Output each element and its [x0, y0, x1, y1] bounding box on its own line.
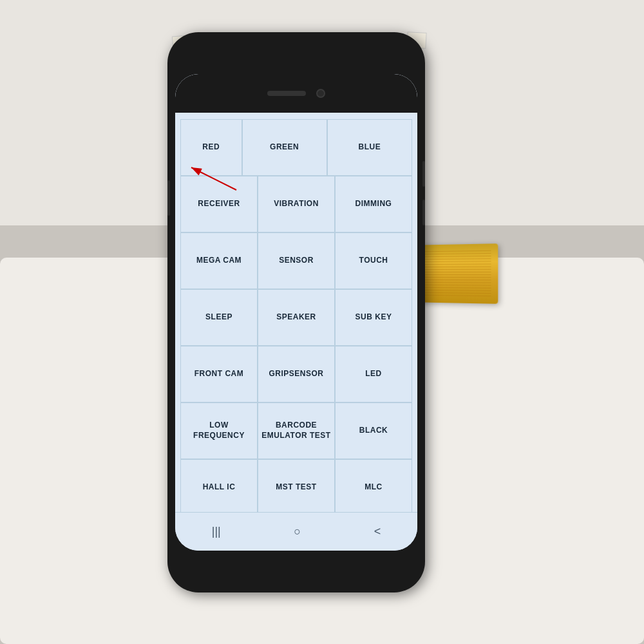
grid-row-1: RED GREEN BLUE [180, 119, 412, 176]
back-icon[interactable]: < [374, 525, 381, 538]
button-blue[interactable]: BLUE [327, 119, 412, 176]
grid-row-7: HALL IC MST TEST MLC [180, 459, 412, 512]
button-mlc[interactable]: MLC [335, 459, 412, 512]
volume-up-button[interactable] [422, 161, 425, 187]
speaker-slot [267, 91, 306, 96]
home-icon[interactable]: ○ [294, 525, 301, 538]
button-hall-ic[interactable]: HALL IC [180, 459, 258, 512]
phone-body: RED GREEN BLUE RECEIVER [167, 32, 425, 592]
content-area: RED GREEN BLUE RECEIVER [175, 113, 417, 512]
button-speaker[interactable]: SPEAKER [258, 289, 335, 346]
button-low-frequency[interactable]: LOW FREQUENCY [180, 402, 258, 459]
grid-row-2: RECEIVER VIBRATION DIMMING [180, 176, 412, 232]
button-dimming[interactable]: DIMMING [335, 176, 412, 232]
button-sensor[interactable]: SENSOR [258, 232, 335, 289]
grid-row-6: LOW FREQUENCY BARCODE EMULATOR TEST BLAC… [180, 402, 412, 459]
button-led[interactable]: LED [335, 346, 412, 402]
button-green[interactable]: GREEN [242, 119, 327, 176]
button-mega-cam[interactable]: MEGA CAM [180, 232, 258, 289]
button-grid: RED GREEN BLUE RECEIVER [175, 113, 417, 512]
button-sleep[interactable]: SLEEP [180, 289, 258, 346]
grid-row-5: FRONT CAM GRIPSENSOR LED [180, 346, 412, 402]
button-mst-test[interactable]: MST TEST [258, 459, 335, 512]
button-barcode-emulator-test[interactable]: BARCODE EMULATOR TEST [258, 402, 335, 459]
front-camera-dot [316, 89, 325, 98]
recent-apps-icon[interactable]: ||| [212, 525, 221, 538]
button-receiver[interactable]: RECEIVER [180, 176, 258, 232]
button-black[interactable]: BLACK [335, 402, 412, 459]
button-vibration[interactable]: VIBRATION [258, 176, 335, 232]
button-red[interactable]: RED [180, 119, 242, 176]
scene: RED GREEN BLUE RECEIVER [0, 0, 644, 644]
grid-row-4: SLEEP SPEAKER SUB KEY [180, 289, 412, 346]
volume-down-button[interactable] [422, 200, 425, 225]
phone-screen: RED GREEN BLUE RECEIVER [175, 74, 417, 551]
grid-row-3: MEGA CAM SENSOR TOUCH [180, 232, 412, 289]
button-touch[interactable]: TOUCH [335, 232, 412, 289]
power-button[interactable] [167, 180, 170, 216]
nav-bar: ||| ○ < [175, 512, 417, 551]
phone-topbar [175, 74, 417, 113]
button-gripsensor[interactable]: GRIPSENSOR [258, 346, 335, 402]
button-sub-key[interactable]: SUB KEY [335, 289, 412, 346]
button-front-cam[interactable]: FRONT CAM [180, 346, 258, 402]
